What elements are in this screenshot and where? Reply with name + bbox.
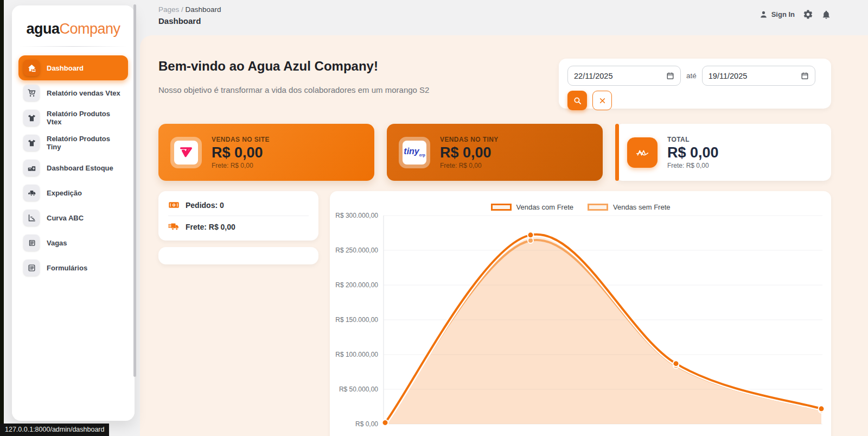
vtex-logo-icon — [170, 137, 202, 168]
shipping-truck-icon — [168, 221, 180, 232]
breadcrumb-root[interactable]: Pages — [158, 5, 179, 14]
stat-value: R$ 0,00 — [440, 144, 499, 161]
window-edge — [0, 0, 4, 436]
tiny-logo-icon: tinyerp — [399, 137, 430, 168]
sidebar-item-label: Relatório Produtos Vtex — [47, 110, 123, 126]
sidebar-item-label: Relatório vendas Vtex — [47, 89, 120, 97]
close-icon — [599, 97, 606, 104]
stat-card-total: TOTAL R$ 0,00 Frete: R$ 0,00 — [615, 124, 831, 181]
pedidos-value: Pedidos: 0 — [186, 201, 224, 210]
sidebar-item-relatorio-produtos-vtex[interactable]: Relatório Produtos Vtex — [18, 105, 128, 130]
svg-text:R$ 150.000,00: R$ 150.000,00 — [335, 316, 378, 324]
chart-axis-icon — [23, 210, 40, 226]
calendar-icon[interactable] — [666, 72, 674, 80]
sidebar-item-label: Dashboard — [47, 64, 84, 72]
end-date-value: 19/11/2025 — [709, 72, 748, 80]
stat-label: TOTAL — [667, 136, 719, 143]
home-icon — [23, 60, 40, 76]
stat-value: R$ 0,00 — [667, 144, 719, 161]
date-filter-card: 22/11/2025 até 19/11/2025 — [559, 59, 831, 109]
truck-icon — [23, 185, 40, 201]
sidebar-item-label: Dashboard Estoque — [47, 164, 113, 172]
sidebar-item-dashboard-estoque[interactable]: Dashboard Estoque — [18, 155, 128, 180]
notifications-bell-icon[interactable] — [821, 10, 831, 20]
stat-card-vendas-site: VENDAS NO SITE R$ 0,00 Frete: R$ 0,00 — [158, 124, 374, 181]
svg-text:R$ 50.000,00: R$ 50.000,00 — [339, 386, 378, 393]
sidebar-item-label: Formulários — [47, 264, 87, 272]
stat-frete: Frete: R$ 0,00 — [440, 162, 499, 169]
sidebar-item-label: Curva ABC — [47, 214, 84, 222]
app-logo: aguaCompany — [12, 5, 135, 37]
main-content: Bem-vindo ao Agua Azul Company! Nosso ob… — [140, 35, 868, 436]
calendar-icon[interactable] — [801, 72, 809, 80]
person-icon — [759, 10, 768, 19]
start-date-input[interactable]: 22/11/2025 — [567, 66, 681, 86]
sidebar-item-formularios[interactable]: Formulários — [18, 255, 128, 280]
sign-in-button[interactable]: Sign In — [759, 10, 795, 19]
search-button[interactable] — [567, 91, 587, 110]
sidebar-item-label: Expedição — [47, 189, 82, 197]
sidebar-nav: Dashboard Relatório vendas Vtex Relatóri… — [12, 51, 135, 280]
sidebar: aguaCompany Dashboard Relatório vendas V… — [12, 5, 135, 421]
form-icon — [23, 260, 40, 276]
sidebar-scrollbar[interactable] — [133, 4, 136, 377]
area-chart: R$ 300.000,00R$ 250.000,00R$ 200.000,00R… — [330, 207, 831, 436]
tshirt-icon — [23, 110, 40, 126]
stat-label: VENDAS NO TINY — [440, 136, 499, 143]
status-url: 127.0.0.1:8000/admin/dashboard — [5, 426, 104, 433]
stat-frete: Frete: R$ 0,00 — [667, 162, 719, 169]
stats-row: VENDAS NO SITE R$ 0,00 Frete: R$ 0,00 ti… — [158, 124, 831, 181]
logo-text-bold: agua — [26, 21, 59, 37]
stat-card-vendas-tiny: tinyerp VENDAS NO TINY R$ 0,00 Frete: R$… — [387, 124, 603, 181]
logo-text-light: Company — [59, 21, 120, 37]
clear-filter-button[interactable] — [592, 91, 612, 110]
stat-value: R$ 0,00 — [212, 144, 270, 161]
header-actions: Sign In — [759, 9, 831, 20]
cart-icon — [23, 85, 40, 101]
sidebar-item-label: Vagas — [47, 239, 67, 247]
svg-text:R$ 100.000,00: R$ 100.000,00 — [335, 351, 378, 358]
breadcrumb: Pages / Dashboard — [158, 5, 221, 14]
money-icon — [168, 199, 180, 211]
svg-text:R$ 250.000,00: R$ 250.000,00 — [335, 247, 378, 254]
newspaper-icon — [23, 235, 40, 251]
breadcrumb-separator: / — [181, 5, 186, 14]
welcome-subtitle: Nosso objetivo é transformar a vida dos … — [158, 85, 429, 94]
sales-chart-card: Vendas com Frete Vendas sem Frete R$ 300… — [330, 191, 831, 436]
svg-text:R$ 300.000,00: R$ 300.000,00 — [335, 212, 378, 219]
sidebar-item-expedicao[interactable]: Expedição — [18, 180, 128, 205]
empty-card — [158, 247, 318, 264]
sidebar-item-label: Relatório Produtos Tiny — [47, 135, 123, 151]
sidebar-item-curva-abc[interactable]: Curva ABC — [18, 205, 128, 230]
search-icon — [573, 96, 582, 105]
sign-in-label: Sign In — [771, 10, 795, 18]
end-date-input[interactable]: 19/11/2025 — [702, 66, 815, 86]
sidebar-item-vagas[interactable]: Vagas — [18, 230, 128, 255]
browser-status-bar: 127.0.0.1:8000/admin/dashboard — [0, 424, 109, 436]
settings-gear-icon[interactable] — [803, 9, 813, 20]
svg-text:R$ 200.000,00: R$ 200.000,00 — [335, 281, 378, 289]
sidebar-item-dashboard[interactable]: Dashboard — [18, 55, 128, 80]
start-date-value: 22/11/2025 — [574, 72, 613, 80]
sidebar-item-relatorio-vendas-vtex[interactable]: Relatório vendas Vtex — [18, 80, 128, 105]
welcome-title: Bem-vindo ao Agua Azul Company! — [158, 59, 378, 74]
breadcrumb-current: Dashboard — [186, 5, 221, 14]
stat-frete: Frete: R$ 0,00 — [212, 162, 270, 169]
tshirt-icon — [23, 135, 40, 151]
svg-text:R$ 0,00: R$ 0,00 — [355, 420, 378, 428]
page-title: Dashboard — [158, 16, 201, 26]
line-chart-icon — [627, 137, 658, 168]
divider — [20, 46, 127, 47]
sidebar-item-relatorio-produtos-tiny[interactable]: Relatório Produtos Tiny — [18, 130, 128, 155]
boxes-icon — [23, 160, 40, 176]
date-range-connector: até — [686, 72, 697, 80]
summary-card: Pedidos: 0 Frete: R$ 0,00 — [158, 191, 318, 241]
frete-value: Frete: R$ 0,00 — [186, 223, 235, 231]
stat-label: VENDAS NO SITE — [212, 136, 270, 143]
